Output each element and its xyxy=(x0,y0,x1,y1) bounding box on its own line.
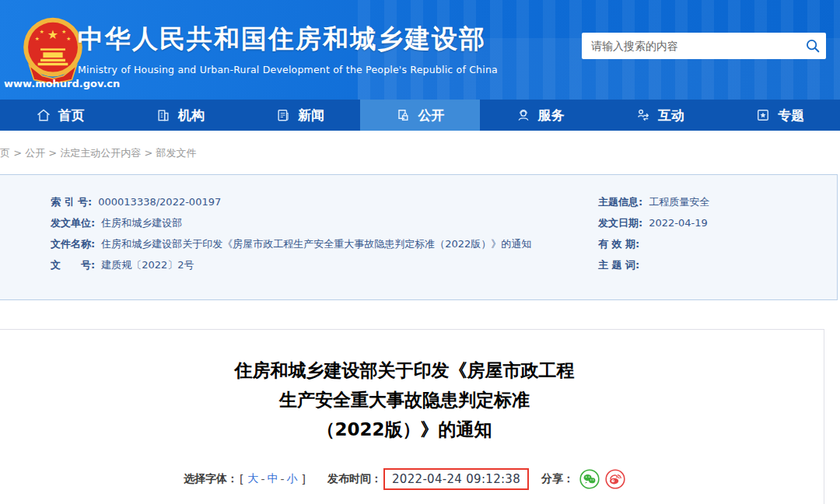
share-group: 分享： xyxy=(541,469,625,489)
document-title-line: （2022版）》的通知 xyxy=(0,415,824,444)
meta-row-document-name: 文件名称: 住房和城乡建设部关于印发《房屋市政工程生产安全重大事故隐患判定标准（… xyxy=(51,237,564,251)
meta-label: 发文日期: xyxy=(598,216,642,230)
nav-item-news[interactable]: 新闻 xyxy=(240,100,360,131)
meta-row-topic-info: 主题信息: 工程质量安全 xyxy=(598,195,824,209)
topics-icon xyxy=(755,107,771,123)
svg-text:★: ★ xyxy=(40,29,44,35)
nav-item-home[interactable]: 首页 xyxy=(0,100,120,131)
home-icon xyxy=(36,107,51,123)
news-icon xyxy=(275,107,291,123)
meta-value: 住房和城乡建设部 xyxy=(101,216,182,230)
font-size-large-button[interactable]: 大 xyxy=(247,472,258,486)
font-separator: - xyxy=(280,473,284,485)
meta-label: 主题信息: xyxy=(598,195,642,209)
meta-row-issue-date: 发文日期: 2022-04-19 xyxy=(598,216,824,230)
meta-label: 发文单位: xyxy=(51,216,95,230)
service-icon xyxy=(516,107,531,123)
article-content-panel: 住房和城乡建设部关于印发《房屋市政工程 生产安全重大事故隐患判定标准 （2022… xyxy=(0,329,824,504)
meta-label: 索 引 号: xyxy=(51,195,92,209)
search-box[interactable] xyxy=(582,33,826,59)
nav-label: 专题 xyxy=(778,107,804,124)
meta-label: 有 效 期: xyxy=(598,237,639,251)
site-url: www.mohurd.gov.cn xyxy=(4,78,120,89)
svg-text:★: ★ xyxy=(66,36,71,42)
meta-label: 主 题 词: xyxy=(598,258,639,272)
wechat-share-icon[interactable] xyxy=(579,469,600,489)
font-size-medium-button[interactable]: 中 xyxy=(267,472,278,486)
search-button[interactable] xyxy=(800,33,826,59)
weibo-share-icon[interactable] xyxy=(605,469,625,489)
nav-item-interaction[interactable]: 互动 xyxy=(600,100,719,131)
meta-row-index-number: 索 引 号: 000013338/2022-00197 xyxy=(51,195,564,209)
site-title-chinese: 中华人民共和国住房和城乡建设部 xyxy=(78,22,498,57)
breadcrumb-bar: 首页 > 公开 > 法定主动公开内容 > 部发文件 xyxy=(0,131,840,174)
nav-label: 互动 xyxy=(658,107,684,124)
disclosure-icon xyxy=(395,107,411,123)
svg-text:★: ★ xyxy=(35,36,40,42)
nav-item-services[interactable]: 服务 xyxy=(480,100,600,131)
font-size-small-button[interactable]: 小 xyxy=(287,472,298,486)
svg-text:★: ★ xyxy=(47,27,58,42)
publish-time-value: 2022-04-24 09:12:38 xyxy=(392,472,520,486)
organization-icon xyxy=(156,107,171,123)
font-bracket-open: [ xyxy=(240,473,243,485)
nav-item-topics[interactable]: 专题 xyxy=(720,100,840,131)
national-emblem-icon: ★ ★ ★ ★ ★ xyxy=(20,16,86,84)
font-selector-label: 选择字体： xyxy=(184,472,238,486)
meta-label: 文 号: xyxy=(51,258,95,272)
document-toolbar: 选择字体： [ 大 - 中 - 小 ] 发布时间： 2022-04-24 09:… xyxy=(0,468,824,490)
nav-label: 服务 xyxy=(538,107,565,124)
interaction-icon xyxy=(635,107,651,123)
meta-value: 000013338/2022-00197 xyxy=(98,195,221,209)
meta-row-validity: 有 效 期: xyxy=(598,237,824,251)
publish-time-label: 发布时间： xyxy=(327,472,382,486)
document-title-line: 住房和城乡建设部关于印发《房屋市政工程 xyxy=(0,355,824,385)
meta-row-document-number: 文 号: 建质规〔2022〕2号 xyxy=(51,258,564,272)
mohurd-webpage: ★ ★ ★ ★ ★ 中华人民共和国住房和城乡建设部 Ministry of Ho… xyxy=(0,0,840,504)
publish-time-highlight: 2022-04-24 09:12:38 xyxy=(383,468,529,490)
nav-label: 首页 xyxy=(58,107,85,124)
search-input[interactable] xyxy=(582,40,800,52)
document-title: 住房和城乡建设部关于印发《房屋市政工程 生产安全重大事故隐患判定标准 （2022… xyxy=(0,355,824,444)
document-title-line: 生产安全重大事故隐患判定标准 xyxy=(0,385,824,415)
share-label: 分享： xyxy=(541,472,574,486)
nav-label: 机构 xyxy=(178,107,205,124)
site-title-english: Ministry of Housing and Urban-Rural Deve… xyxy=(78,64,498,75)
svg-text:★: ★ xyxy=(61,29,66,35)
meta-row-issuing-unit: 发文单位: 住房和城乡建设部 xyxy=(51,216,564,230)
meta-value: 工程质量安全 xyxy=(649,195,709,209)
nav-label: 新闻 xyxy=(298,107,324,124)
nav-label: 公开 xyxy=(418,107,444,124)
meta-value: 建质规〔2022〕2号 xyxy=(101,258,194,272)
site-header: ★ ★ ★ ★ ★ 中华人民共和国住房和城乡建设部 Ministry of Ho… xyxy=(0,0,840,100)
font-separator: - xyxy=(261,473,264,485)
nav-item-disclosure[interactable]: 公开 xyxy=(360,100,480,131)
meta-label: 文件名称: xyxy=(51,237,95,251)
meta-value: 住房和城乡建设部关于印发《房屋市政工程生产安全重大事故隐患判定标准（2022版）… xyxy=(101,237,531,251)
publish-time-group: 发布时间： 2022-04-24 09:12:38 xyxy=(327,468,529,490)
nav-item-organization[interactable]: 机构 xyxy=(120,100,240,131)
main-nav: 首页 机构 新闻 公开 xyxy=(0,100,840,131)
meta-row-keywords: 主 题 词: xyxy=(598,258,824,272)
search-icon xyxy=(804,37,821,54)
document-metadata-panel: 索 引 号: 000013338/2022-00197 发文单位: 住房和城乡建… xyxy=(0,174,838,300)
meta-value: 2022-04-19 xyxy=(649,216,708,230)
font-bracket-close: ] xyxy=(302,473,306,485)
breadcrumb[interactable]: 首页 > 公开 > 法定主动公开内容 > 部发文件 xyxy=(0,146,196,160)
